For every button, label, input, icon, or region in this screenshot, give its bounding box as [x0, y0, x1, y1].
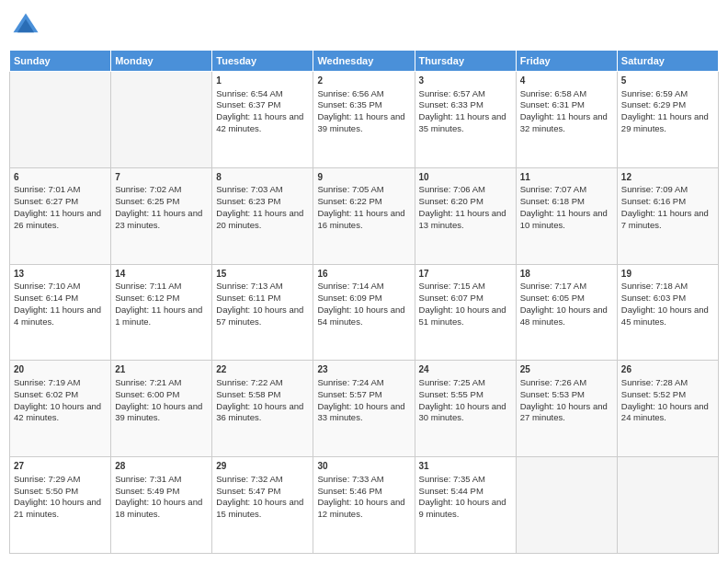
sunrise-text: Sunrise: 7:31 AM [115, 474, 208, 486]
sunrise-text: Sunrise: 7:07 AM [520, 184, 613, 196]
daylight-text: Daylight: 11 hours and 13 minutes. [419, 208, 512, 232]
daylight-text: Daylight: 10 hours and 54 minutes. [317, 304, 410, 328]
daylight-text: Daylight: 10 hours and 9 minutes. [419, 497, 512, 521]
day-number: 26 [621, 363, 714, 376]
sunset-text: Sunset: 5:47 PM [216, 486, 309, 498]
day-number: 8 [216, 171, 309, 184]
daylight-text: Daylight: 10 hours and 36 minutes. [216, 401, 309, 425]
calendar-cell [10, 72, 111, 168]
sunset-text: Sunset: 6:07 PM [419, 293, 512, 304]
day-number: 6 [14, 171, 107, 184]
calendar-cell [516, 457, 617, 554]
calendar-week-row: 20Sunrise: 7:19 AMSunset: 6:02 PMDayligh… [10, 361, 719, 457]
sunrise-text: Sunrise: 6:56 AM [317, 88, 410, 100]
day-of-week-header: Tuesday [212, 51, 313, 72]
calendar-week-row: 1Sunrise: 6:54 AMSunset: 6:37 PMDaylight… [10, 72, 719, 168]
day-number: 13 [14, 268, 107, 281]
calendar: SundayMondayTuesdayWednesdayThursdayFrid… [9, 50, 719, 554]
sunset-text: Sunset: 6:00 PM [115, 389, 208, 401]
calendar-cell: 31Sunrise: 7:35 AMSunset: 5:44 PMDayligh… [415, 457, 516, 554]
calendar-cell: 22Sunrise: 7:22 AMSunset: 5:58 PMDayligh… [212, 361, 313, 457]
daylight-text: Daylight: 10 hours and 30 minutes. [419, 401, 512, 425]
day-number: 25 [520, 363, 613, 376]
day-of-week-header: Saturday [617, 51, 718, 72]
sunset-text: Sunset: 6:31 PM [520, 99, 613, 111]
sunrise-text: Sunrise: 7:02 AM [115, 184, 208, 196]
sunrise-text: Sunrise: 7:33 AM [317, 474, 410, 486]
sunrise-text: Sunrise: 7:13 AM [216, 281, 309, 293]
day-number: 10 [419, 171, 512, 184]
calendar-cell: 15Sunrise: 7:13 AMSunset: 6:11 PMDayligh… [212, 264, 313, 361]
sunset-text: Sunset: 6:11 PM [216, 293, 309, 304]
sunset-text: Sunset: 6:18 PM [520, 196, 613, 208]
daylight-text: Daylight: 10 hours and 33 minutes. [317, 401, 410, 425]
day-number: 24 [419, 363, 512, 376]
sunset-text: Sunset: 6:22 PM [317, 196, 410, 208]
day-number: 30 [317, 460, 410, 473]
sunset-text: Sunset: 5:55 PM [419, 389, 512, 401]
sunset-text: Sunset: 6:03 PM [621, 293, 714, 304]
sunset-text: Sunset: 6:16 PM [621, 196, 714, 208]
daylight-text: Daylight: 11 hours and 42 minutes. [216, 111, 309, 135]
calendar-cell: 5Sunrise: 6:59 AMSunset: 6:29 PMDaylight… [617, 72, 718, 168]
day-number: 16 [317, 268, 410, 281]
daylight-text: Daylight: 10 hours and 42 minutes. [14, 401, 107, 425]
calendar-cell: 27Sunrise: 7:29 AMSunset: 5:50 PMDayligh… [10, 457, 111, 554]
calendar-cell: 8Sunrise: 7:03 AMSunset: 6:23 PMDaylight… [212, 167, 313, 264]
calendar-cell: 10Sunrise: 7:06 AMSunset: 6:20 PMDayligh… [415, 167, 516, 264]
daylight-text: Daylight: 10 hours and 27 minutes. [520, 401, 613, 425]
calendar-cell: 9Sunrise: 7:05 AMSunset: 6:22 PMDaylight… [313, 167, 415, 264]
sunrise-text: Sunrise: 6:57 AM [419, 88, 512, 100]
sunset-text: Sunset: 5:58 PM [216, 389, 309, 401]
sunrise-text: Sunrise: 6:59 AM [621, 88, 714, 100]
sunset-text: Sunset: 5:46 PM [317, 486, 410, 498]
day-number: 17 [419, 268, 512, 281]
sunset-text: Sunset: 6:33 PM [419, 99, 512, 111]
day-number: 29 [216, 460, 309, 473]
day-number: 19 [621, 268, 714, 281]
sunset-text: Sunset: 6:02 PM [14, 389, 107, 401]
sunrise-text: Sunrise: 6:54 AM [216, 88, 309, 100]
calendar-cell: 20Sunrise: 7:19 AMSunset: 6:02 PMDayligh… [10, 361, 111, 457]
calendar-cell [617, 457, 718, 554]
sunset-text: Sunset: 5:52 PM [621, 389, 714, 401]
calendar-cell: 1Sunrise: 6:54 AMSunset: 6:37 PMDaylight… [212, 72, 313, 168]
daylight-text: Daylight: 11 hours and 7 minutes. [621, 208, 714, 232]
logo-icon [9, 9, 42, 42]
calendar-cell: 23Sunrise: 7:24 AMSunset: 5:57 PMDayligh… [313, 361, 415, 457]
daylight-text: Daylight: 10 hours and 51 minutes. [419, 304, 512, 328]
daylight-text: Daylight: 11 hours and 4 minutes. [14, 304, 107, 328]
daylight-text: Daylight: 10 hours and 12 minutes. [317, 497, 410, 521]
daylight-text: Daylight: 11 hours and 32 minutes. [520, 111, 613, 135]
day-of-week-header: Wednesday [313, 51, 415, 72]
sunset-text: Sunset: 6:27 PM [14, 196, 107, 208]
sunset-text: Sunset: 6:29 PM [621, 99, 714, 111]
daylight-text: Daylight: 11 hours and 20 minutes. [216, 208, 309, 232]
sunrise-text: Sunrise: 7:21 AM [115, 377, 208, 389]
day-of-week-header: Monday [111, 51, 212, 72]
sunrise-text: Sunrise: 7:14 AM [317, 281, 410, 293]
calendar-week-row: 27Sunrise: 7:29 AMSunset: 5:50 PMDayligh… [10, 457, 719, 554]
day-number: 11 [520, 171, 613, 184]
sunrise-text: Sunrise: 7:01 AM [14, 184, 107, 196]
calendar-week-row: 6Sunrise: 7:01 AMSunset: 6:27 PMDaylight… [10, 167, 719, 264]
sunset-text: Sunset: 6:05 PM [520, 293, 613, 304]
sunrise-text: Sunrise: 7:03 AM [216, 184, 309, 196]
sunrise-text: Sunrise: 7:26 AM [520, 377, 613, 389]
daylight-text: Daylight: 11 hours and 29 minutes. [621, 111, 714, 135]
sunrise-text: Sunrise: 7:22 AM [216, 377, 309, 389]
sunrise-text: Sunrise: 7:25 AM [419, 377, 512, 389]
calendar-cell: 14Sunrise: 7:11 AMSunset: 6:12 PMDayligh… [111, 264, 212, 361]
day-number: 22 [216, 363, 309, 376]
day-number: 27 [14, 460, 107, 473]
day-number: 4 [520, 75, 613, 87]
sunset-text: Sunset: 6:25 PM [115, 196, 208, 208]
calendar-cell: 16Sunrise: 7:14 AMSunset: 6:09 PMDayligh… [313, 264, 415, 361]
header [9, 9, 719, 42]
sunset-text: Sunset: 5:57 PM [317, 389, 410, 401]
calendar-cell: 29Sunrise: 7:32 AMSunset: 5:47 PMDayligh… [212, 457, 313, 554]
calendar-cell: 24Sunrise: 7:25 AMSunset: 5:55 PMDayligh… [415, 361, 516, 457]
daylight-text: Daylight: 10 hours and 48 minutes. [520, 304, 613, 328]
daylight-text: Daylight: 10 hours and 18 minutes. [115, 497, 208, 521]
day-number: 21 [115, 363, 208, 376]
